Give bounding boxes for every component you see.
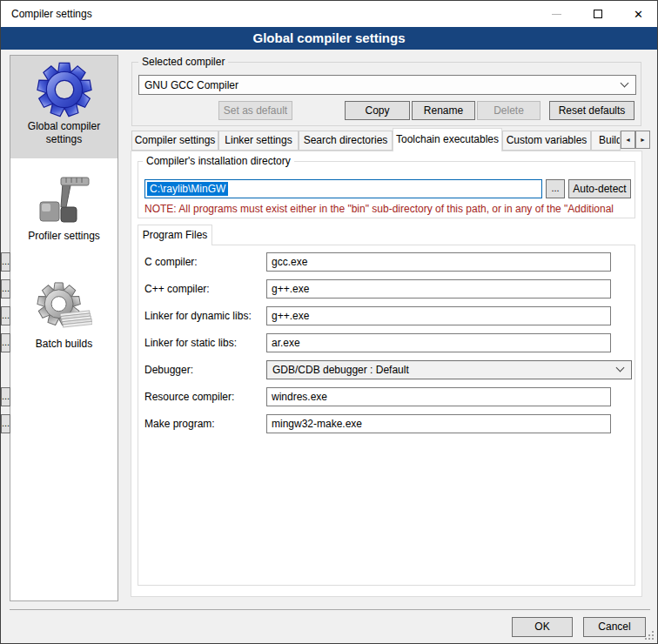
sidebar-item-batch-builds[interactable]: Batch builds bbox=[10, 275, 118, 362]
title-bar: Compiler settings ✕ bbox=[1, 1, 657, 27]
minimize-button[interactable] bbox=[537, 1, 576, 27]
gear-stack-icon bbox=[37, 280, 92, 336]
copy-button[interactable]: Copy bbox=[345, 101, 410, 120]
sidebar-item-label: Global compiler settings bbox=[10, 120, 118, 151]
delete-button[interactable]: Delete bbox=[477, 101, 540, 120]
static-linker-label: Linker for static libs: bbox=[144, 337, 237, 349]
make-program-browse-button[interactable]: ... bbox=[1, 414, 10, 433]
resource-compiler-input[interactable] bbox=[266, 387, 611, 406]
tab-scroll-left-button[interactable]: ◄ bbox=[621, 131, 635, 149]
compiler-select-value: GNU GCC Compiler bbox=[144, 79, 238, 91]
chevron-down-icon bbox=[621, 78, 629, 87]
chevron-down-icon bbox=[616, 364, 625, 372]
debugger-label: Debugger: bbox=[144, 364, 193, 376]
tab-scroll-left-icon: ◄ bbox=[625, 137, 631, 143]
cancel-button[interactable]: Cancel bbox=[583, 617, 646, 637]
sidebar-item-label: Profiler settings bbox=[10, 230, 118, 248]
installation-directory-input[interactable]: C:\raylib\MinGW bbox=[144, 179, 542, 198]
footer-divider bbox=[10, 609, 650, 610]
c-compiler-label: C compiler: bbox=[144, 256, 198, 268]
make-program-input[interactable] bbox=[266, 414, 611, 433]
tab-toolchain-executables[interactable]: Toolchain executables bbox=[393, 128, 502, 151]
auto-detect-button[interactable]: Auto-detect bbox=[568, 179, 631, 198]
ok-button[interactable]: OK bbox=[512, 617, 573, 637]
tab-scroll-right-button[interactable]: ► bbox=[635, 131, 650, 149]
sidebar-item-global-compiler-settings[interactable]: Global compiler settings bbox=[10, 56, 118, 158]
debugger-select-value: GDB/CDB debugger : Default bbox=[272, 364, 409, 376]
dynamic-linker-input[interactable] bbox=[266, 306, 611, 325]
page-title: Global compiler settings bbox=[1, 27, 657, 50]
installation-directory-browse-button[interactable]: ... bbox=[546, 179, 565, 198]
tab-linker-settings[interactable]: Linker settings bbox=[218, 131, 299, 151]
resource-compiler-browse-button[interactable]: ... bbox=[1, 387, 10, 406]
selected-compiler-group-label: Selected compiler bbox=[138, 56, 228, 68]
gear-blue-icon bbox=[36, 61, 93, 118]
subtab-program-files[interactable]: Program Files bbox=[138, 225, 212, 245]
tab-search-directories[interactable]: Search directories bbox=[299, 131, 393, 151]
set-as-default-button[interactable]: Set as default bbox=[218, 101, 292, 120]
compiler-settings-dialog: Compiler settings ✕ Global compiler sett… bbox=[0, 0, 658, 644]
make-program-label: Make program: bbox=[144, 418, 215, 430]
close-icon: ✕ bbox=[634, 9, 643, 20]
tab-build-options-truncated[interactable]: Build bbox=[591, 131, 621, 151]
bin-subdirectory-note: NOTE: All programs must exist either in … bbox=[144, 203, 635, 215]
tab-scroll-right-icon: ► bbox=[640, 137, 646, 143]
cpp-compiler-label: C++ compiler: bbox=[144, 283, 210, 295]
compiler-select[interactable]: GNU GCC Compiler bbox=[138, 75, 636, 95]
dynamic-linker-label: Linker for dynamic libs: bbox=[144, 310, 252, 322]
sidebar-item-label: Batch builds bbox=[10, 338, 118, 356]
sidebar-item-profiler-settings[interactable]: Profiler settings bbox=[10, 167, 118, 261]
window-title: Compiler settings bbox=[11, 8, 92, 20]
c-compiler-input[interactable] bbox=[266, 252, 611, 272]
minimize-icon bbox=[552, 14, 561, 15]
maximize-button[interactable] bbox=[578, 1, 617, 27]
settings-category-list: Global compiler settings Profiler settin… bbox=[10, 55, 118, 601]
resize-grip[interactable] bbox=[644, 630, 655, 641]
rename-button[interactable]: Rename bbox=[412, 101, 475, 120]
installation-directory-selected-text: C:\raylib\MinGW bbox=[147, 182, 228, 196]
static-linker-input[interactable] bbox=[266, 333, 611, 352]
tab-compiler-settings[interactable]: Compiler settings bbox=[131, 131, 218, 151]
reset-defaults-button[interactable]: Reset defaults bbox=[549, 101, 634, 120]
close-button[interactable]: ✕ bbox=[619, 1, 658, 27]
installation-directory-group-label: Compiler's installation directory bbox=[143, 155, 294, 167]
cpp-compiler-input[interactable] bbox=[266, 279, 611, 299]
static-linker-browse-button[interactable]: ... bbox=[1, 333, 10, 352]
dynamic-linker-browse-button[interactable]: ... bbox=[1, 306, 10, 325]
maximize-icon bbox=[594, 10, 602, 18]
caliper-blocks-icon bbox=[37, 172, 92, 228]
tab-custom-variables[interactable]: Custom variables bbox=[502, 131, 591, 151]
resource-compiler-label: Resource compiler: bbox=[144, 391, 234, 403]
cpp-compiler-browse-button[interactable]: ... bbox=[1, 279, 10, 299]
c-compiler-browse-button[interactable]: ... bbox=[1, 252, 10, 272]
debugger-select[interactable]: GDB/CDB debugger : Default bbox=[266, 360, 632, 379]
